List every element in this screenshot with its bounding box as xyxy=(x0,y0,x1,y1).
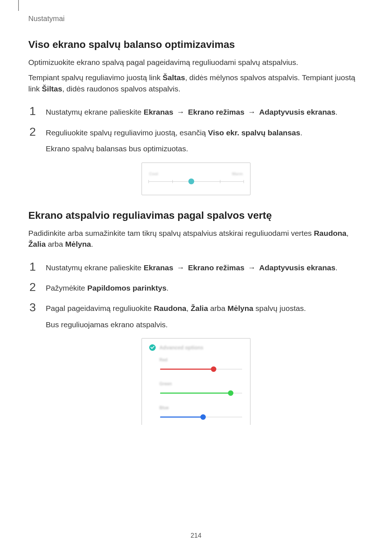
text: . xyxy=(335,108,338,116)
text: , didės raudonos spalvos atspalvis. xyxy=(62,85,180,93)
slider-label-green: Green xyxy=(159,381,243,386)
paragraph: Padidinkite arba sumažinkite tam tikrų s… xyxy=(28,228,364,250)
slider-tick xyxy=(244,180,244,183)
step-1: 1 Nustatymų ekrane palieskite Ekranas → … xyxy=(28,105,364,118)
step-number: 2 xyxy=(28,281,37,293)
step-number: 2 xyxy=(28,126,37,138)
text: Reguliuokite spalvų reguliavimo juostą, … xyxy=(46,128,208,137)
text: . xyxy=(300,128,302,137)
text: . xyxy=(167,284,169,292)
slider-fill-blue xyxy=(160,416,203,418)
paragraph: Tempiant spalvų reguliavimo juostą link … xyxy=(28,72,364,94)
text: arba xyxy=(208,304,228,312)
heading-color-value: Ekrano atspalvio reguliavimas pagal spal… xyxy=(28,210,364,221)
slider-tick xyxy=(148,180,149,183)
step-text: Nustatymų ekrane palieskite Ekranas → Ek… xyxy=(46,261,364,273)
slider-label-left: Cool xyxy=(149,172,158,176)
arrow-icon: → xyxy=(175,107,186,118)
step-subtext: Ekrano spalvų balansas bus optimizuotas. xyxy=(46,143,364,154)
advanced-header[interactable]: Advanced options xyxy=(149,344,243,351)
arrow-icon: → xyxy=(246,107,257,118)
slider-label-red: Red xyxy=(159,357,243,362)
step-text: Reguliuokite spalvų reguliavimo juostą, … xyxy=(46,126,364,155)
text: spalvų juostas. xyxy=(253,304,306,312)
text: . xyxy=(335,263,338,272)
bold-text: Ekrano režimas xyxy=(188,263,244,272)
bold-text: Papildomos parinktys xyxy=(87,284,166,292)
step-2: 2 Reguliuokite spalvų reguliavimo juostą… xyxy=(28,126,364,155)
slider-label-right: Warm xyxy=(232,172,243,176)
text: arba xyxy=(46,240,65,248)
slider-thumb-green[interactable] xyxy=(228,390,233,396)
text: Tempiant spalvų reguliavimo juostą link xyxy=(28,73,163,82)
slider-line xyxy=(148,181,244,182)
step-number: 1 xyxy=(28,261,37,272)
bold-text: Raudona xyxy=(314,229,347,237)
bold-text: Šaltas xyxy=(163,73,185,82)
slider-track-green[interactable] xyxy=(160,391,242,396)
bold-text: Žalia xyxy=(28,240,46,248)
slider-track-red[interactable] xyxy=(160,367,242,372)
slider-thumb-red[interactable] xyxy=(211,366,216,372)
bold-text: Ekrano režimas xyxy=(188,108,244,116)
bold-text: Mėlyna xyxy=(228,304,253,312)
step-number: 1 xyxy=(28,105,37,117)
text: Pagal pageidavimą reguliuokite xyxy=(46,304,154,312)
text: Nustatymų ekrane palieskite xyxy=(46,263,144,272)
slider-track[interactable] xyxy=(148,180,244,184)
paragraph: Optimizuokite ekrano spalvą pagal pageid… xyxy=(28,57,364,68)
page-content: Nustatymai Viso ekrano spalvų balanso op… xyxy=(0,0,392,425)
advanced-title: Advanced options xyxy=(159,345,203,350)
slider-track-blue[interactable] xyxy=(160,415,242,420)
bold-text: Ekranas xyxy=(144,263,173,272)
step-1: 1 Nustatymų ekrane palieskite Ekranas → … xyxy=(28,261,364,273)
step-2: 2 Pažymėkite Papildomos parinktys. xyxy=(28,281,364,294)
heading-color-balance: Viso ekrano spalvų balanso optimizavimas xyxy=(28,39,364,50)
step-text: Nustatymų ekrane palieskite Ekranas → Ek… xyxy=(46,105,364,118)
text: , xyxy=(187,304,191,312)
bold-text: Adaptyvusis ekranas xyxy=(259,263,335,272)
bold-text: Raudona xyxy=(154,304,187,312)
page-section-label: Nustatymai xyxy=(28,15,364,23)
bold-text: Adaptyvusis ekranas xyxy=(259,108,335,116)
arrow-icon: → xyxy=(246,262,257,273)
step-subtext: Bus reguliuojamas ekrano atspalvis. xyxy=(46,319,364,330)
bold-text: Ekranas xyxy=(144,108,173,116)
slider-thumb[interactable] xyxy=(188,178,194,184)
slider-fill-green xyxy=(160,393,230,394)
slider-green-container: Green xyxy=(159,381,243,396)
step-3: 3 Pagal pageidavimą reguliuokite Raudona… xyxy=(28,301,364,330)
slider-thumb-blue[interactable] xyxy=(200,414,206,420)
slider-red-container: Red xyxy=(159,357,243,372)
text: Nustatymų ekrane palieskite xyxy=(46,108,144,116)
page-side-rule xyxy=(18,0,19,11)
checkmark-icon[interactable] xyxy=(149,344,156,351)
text: Padidinkite arba sumažinkite tam tikrų s… xyxy=(28,229,314,237)
bold-text: Mėlyna xyxy=(65,240,91,248)
slider-labels: Cool Warm xyxy=(148,172,244,176)
bold-text: Šiltas xyxy=(42,85,62,93)
page-number: 214 xyxy=(0,532,392,539)
bold-text: Žalia xyxy=(191,304,208,312)
text: , xyxy=(347,229,349,237)
arrow-icon: → xyxy=(175,262,186,273)
bold-text: Viso ekr. spalvų balansas xyxy=(208,128,300,137)
slider-tick xyxy=(220,180,220,183)
figure-advanced-options: Advanced options Red Green Blue xyxy=(142,338,250,425)
step-number: 3 xyxy=(28,301,37,313)
text: Pažymėkite xyxy=(46,284,87,292)
figure-color-balance-slider: Cool Warm xyxy=(142,163,250,195)
slider-label-blue: Blue xyxy=(159,405,243,410)
slider-tick xyxy=(172,180,173,183)
slider-blue-container: Blue xyxy=(159,405,243,420)
step-text: Pažymėkite Papildomos parinktys. xyxy=(46,281,364,294)
text: . xyxy=(91,240,93,248)
step-text: Pagal pageidavimą reguliuokite Raudona, … xyxy=(46,301,364,330)
slider-fill-red xyxy=(160,369,213,370)
